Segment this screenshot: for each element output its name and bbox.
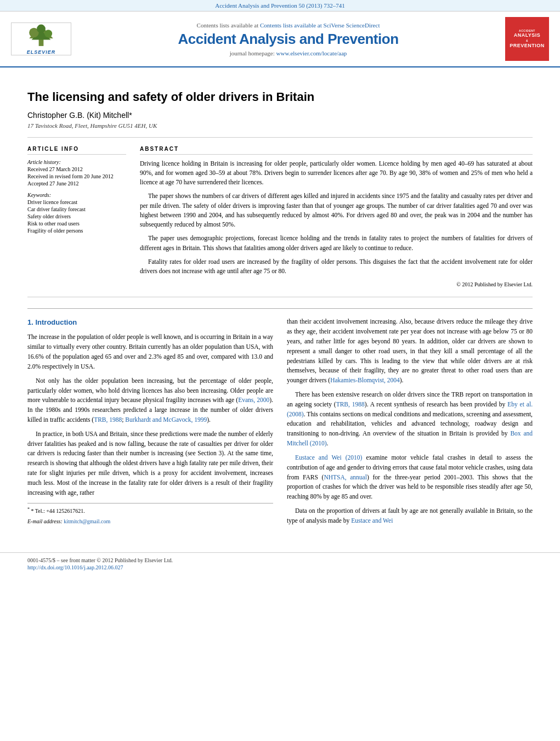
abstract-heading: ABSTRACT xyxy=(140,146,533,155)
article-author: Christopher G.B. (Kit) Mitchell* xyxy=(27,111,533,120)
body-para-1: The increase in the population of older … xyxy=(27,332,273,371)
body-para-col2-3: Eustace and Wei (2010) examine motor veh… xyxy=(287,453,533,502)
journal-badge-area: ACCIDENT ANALYSIS & PREVENTION xyxy=(502,17,552,61)
elsevier-logo: ELSEVIER xyxy=(11,22,71,55)
badge-line2: ANALYSIS xyxy=(514,32,541,39)
body-section: 1. Introduction The increase in the popu… xyxy=(27,308,533,530)
journal-citation-bar: Accident Analysis and Prevention 50 (201… xyxy=(0,0,560,12)
body-column-left: 1. Introduction The increase in the popu… xyxy=(27,317,273,530)
footnote-email[interactable]: kitmitch@gmail.com xyxy=(64,518,110,524)
copyright-line: © 2012 Published by Elsevier Ltd. xyxy=(140,280,533,289)
badge-line4: PREVENTION xyxy=(510,43,545,49)
journal-badge: ACCIDENT ANALYSIS & PREVENTION xyxy=(505,17,549,61)
bottom-bar: 0001-4575/$ – see front matter © 2012 Pu… xyxy=(0,552,560,575)
ref-eustace-wei-2[interactable]: Eustace and Wei xyxy=(351,517,393,524)
ref-nhtsa[interactable]: NHTSA, annual xyxy=(324,474,367,480)
abstract-para-1: Driving licence holding in Britain is in… xyxy=(140,159,533,188)
footnote-email-line: E-mail address: kitmitch@gmail.com xyxy=(27,517,273,526)
elsevier-wordmark: ELSEVIER xyxy=(27,49,56,55)
sciverse-line: Contents lists available at Contents lis… xyxy=(80,22,497,29)
body-two-column-layout: 1. Introduction The increase in the popu… xyxy=(27,317,533,530)
publisher-logo-area: ELSEVIER xyxy=(8,22,74,55)
issn-line: 0001-4575/$ – see front matter © 2012 Pu… xyxy=(27,557,533,563)
svg-point-5 xyxy=(37,25,46,33)
homepage-label: journal homepage: xyxy=(230,50,275,56)
body-para-col2-4: Data on the proportion of drivers at fau… xyxy=(287,506,533,526)
article-title: The licensing and safety of older driver… xyxy=(27,89,533,105)
footnote-star: * xyxy=(27,507,30,512)
journal-title-area: Contents lists available at Contents lis… xyxy=(80,22,497,56)
abstract-text: Driving licence holding in Britain is in… xyxy=(140,159,533,289)
body-column-right: than their accident involvement increasi… xyxy=(287,317,533,530)
divider-1 xyxy=(27,137,533,138)
abstract-para-3: The paper uses demographic projections, … xyxy=(140,234,533,253)
keyword-4: Risk to other road users xyxy=(27,220,126,227)
homepage-url[interactable]: www.elsevier.com/locate/aap xyxy=(276,50,347,56)
keywords-label: Keywords: xyxy=(27,192,126,198)
article-history: Article history: Received 27 March 2012 … xyxy=(27,159,126,186)
ref-evans-2000[interactable]: Evans, 2000 xyxy=(238,397,269,403)
section-1-title: 1. Introduction xyxy=(27,317,273,328)
abstract-para-2: The paper shows the numbers of car drive… xyxy=(140,191,533,229)
abstract-column: ABSTRACT Driving licence holding in Brit… xyxy=(140,146,533,289)
divider-2 xyxy=(27,297,533,297)
footnote-email-label: E-mail address: xyxy=(27,518,63,524)
ref-box-mitchell[interactable]: Box and Mitchell (2010) xyxy=(287,430,533,446)
footnote-section: * * Tel.: +44 1252617621. E-mail address… xyxy=(27,503,273,525)
keyword-1: Driver licence forecast xyxy=(27,199,126,205)
svg-point-4 xyxy=(44,30,52,37)
journal-homepage: journal homepage: www.elsevier.com/locat… xyxy=(80,50,497,56)
doi-link[interactable]: http://dx.doi.org/10.1016/j.aap.2012.06.… xyxy=(27,564,123,570)
article-affiliation: 17 Tavistock Road, Fleet, Hampshire GU51… xyxy=(27,122,533,129)
journal-title: Accident Analysis and Prevention xyxy=(80,31,497,48)
article-info-column: ARTICLE INFO Article history: Received 2… xyxy=(27,146,126,289)
keyword-3: Safety older drivers xyxy=(27,213,126,219)
history-label: Article history: xyxy=(27,159,126,165)
keywords-section: Keywords: Driver licence forecast Car dr… xyxy=(27,192,126,234)
author-name: Christopher G.B. (Kit) Mitchell* xyxy=(27,111,132,120)
body-para-2: Not only has the older population been i… xyxy=(27,376,273,425)
ref-eustace-wei[interactable]: Eustace and Wei (2010) xyxy=(295,454,362,461)
received-date: Received 27 March 2012 xyxy=(27,166,126,172)
body-para-col2-1: than their accident involvement increasi… xyxy=(287,317,533,386)
ref-burkhardt-mcgavock[interactable]: Burkhardt and McGavock, 1999 xyxy=(125,416,207,423)
ref-trb-1988b[interactable]: TRB, 1988 xyxy=(336,401,365,408)
keyword-5: Fragility of older persons xyxy=(27,228,126,234)
sciverse-link[interactable]: Contents lists available at SciVerse Sci… xyxy=(260,22,380,29)
article-info-heading: ARTICLE INFO xyxy=(27,146,126,155)
journal-citation-text: Accident Analysis and Prevention 50 (201… xyxy=(215,2,344,9)
journal-header: ELSEVIER Contents lists available at Con… xyxy=(0,12,560,67)
ref-eby-2008[interactable]: Eby et al. (2008) xyxy=(287,401,533,417)
accepted-date: Accepted 27 June 2012 xyxy=(27,180,126,186)
abstract-para-4: Fatality rates for older road users are … xyxy=(140,257,533,276)
ref-hakamies[interactable]: Hakamies-Blomqvist, 2004 xyxy=(330,377,400,383)
body-para-3: In practice, in both USA and Britain, si… xyxy=(27,429,273,498)
main-content: The licensing and safety of older driver… xyxy=(0,67,560,541)
keyword-2: Car driver fatality forecast xyxy=(27,206,126,212)
article-meta-section: ARTICLE INFO Article history: Received 2… xyxy=(27,146,533,289)
received-revised-date: Received in revised form 20 June 2012 xyxy=(27,173,126,179)
footnote-tel: * * Tel.: +44 1252617621. xyxy=(27,506,273,516)
elsevier-tree-svg xyxy=(16,23,66,49)
ref-trb-1988[interactable]: TRB, 1988 xyxy=(94,416,122,423)
doi-line: http://dx.doi.org/10.1016/j.aap.2012.06.… xyxy=(27,564,533,570)
body-para-col2-2: There has been extensive research on old… xyxy=(287,390,533,449)
